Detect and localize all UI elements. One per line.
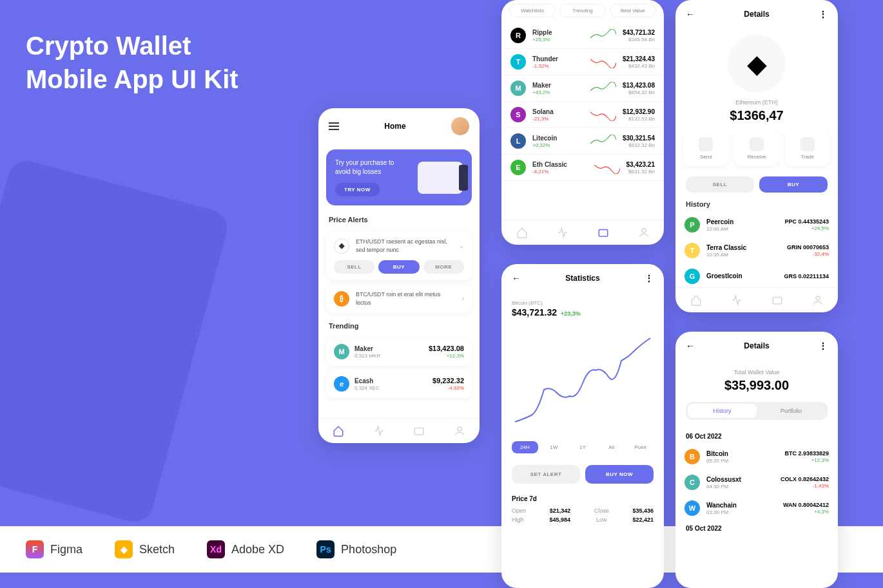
more-icon[interactable]: ⋮	[645, 273, 654, 283]
bottom-nav	[501, 220, 664, 245]
coin-icon: T	[510, 54, 526, 70]
chevron-right-icon: ›	[462, 295, 464, 302]
svg-rect-0	[415, 428, 424, 435]
wallet-row[interactable]: BBitcoin05:35 PMBTC 2.93833829+12,3%	[675, 444, 838, 469]
sparkline-icon	[590, 108, 616, 121]
back-icon[interactable]: ←	[512, 273, 521, 283]
activity-nav-icon[interactable]	[557, 227, 568, 238]
alert-btc[interactable]: ₿ BTC/USDT roin et erat elit metus lectu…	[326, 284, 472, 313]
svg-point-1	[458, 427, 461, 431]
more-button[interactable]: MORE	[423, 260, 464, 274]
tab-all[interactable]: All	[598, 441, 625, 453]
tab-history[interactable]: History	[688, 404, 757, 418]
bottom-nav	[675, 287, 838, 312]
wallet-row[interactable]: WWanchain03:30 PMWAN 0.80042412+4,3%	[675, 495, 838, 521]
coin-icon: R	[510, 28, 526, 43]
figma-icon: F	[26, 540, 44, 558]
alert-eth[interactable]: ◆ ETH/USDT raesent ac egestas nisl, sed …	[326, 231, 472, 280]
wallet-nav-icon[interactable]	[413, 425, 425, 437]
sell-button[interactable]: SELL	[334, 260, 374, 274]
tab-24h[interactable]: 24H	[512, 441, 538, 453]
banner-text: Try your purchase to avoid big losses	[335, 158, 406, 176]
tab-point[interactable]: Point	[627, 441, 654, 453]
coin-icon: P	[684, 217, 700, 232]
back-icon[interactable]: ←	[686, 9, 695, 19]
ps-icon: Ps	[316, 540, 335, 558]
market-row[interactable]: TThunder-1.32%$21,324.43$432.43 Bn	[501, 49, 664, 75]
statistics-screen: ← Statistics ⋮ Bitcoin (BTC) $43,721.32+…	[501, 264, 664, 588]
banner-illustration	[418, 162, 463, 194]
try-now-button[interactable]: TRY NOW	[335, 183, 380, 196]
sparkline-icon	[590, 55, 616, 68]
promo-banner[interactable]: Try your purchase to avoid big losses TR…	[326, 149, 472, 205]
page-title: Crypto Wallet Mobile App UI Kit	[26, 29, 238, 96]
price-chart[interactable]	[501, 325, 664, 441]
home-nav-icon[interactable]	[333, 425, 344, 437]
buy-button[interactable]: BUY	[759, 176, 828, 193]
details-screen: ← Details ⋮ ◆ Ethereum (ETH) $1366,47 Se…	[675, 0, 838, 312]
svg-rect-4	[773, 298, 782, 305]
tab-1y[interactable]: 1Y	[570, 441, 596, 453]
tool-xd: XdAdobe XD	[207, 540, 284, 558]
svg-point-3	[642, 229, 646, 232]
set-alert-button[interactable]: SET ALERT	[512, 465, 580, 484]
profile-nav-icon[interactable]	[454, 425, 465, 437]
send-button[interactable]: Send	[683, 131, 729, 166]
down-arrow-icon	[750, 137, 764, 151]
ecash-icon: e	[334, 376, 349, 392]
svg-rect-2	[599, 230, 608, 237]
trending-title: Trending	[318, 317, 480, 334]
tab-bestvalue[interactable]: Best Value	[610, 4, 656, 17]
history-row[interactable]: TTerra Classic10:35 AMGRIN 00070653-32,4…	[675, 238, 838, 263]
activity-nav-icon[interactable]	[731, 294, 742, 306]
profile-nav-icon[interactable]	[812, 294, 824, 306]
sparkline-icon	[594, 161, 620, 174]
more-icon[interactable]: ⋮	[819, 341, 828, 351]
menu-icon[interactable]	[329, 122, 339, 130]
buy-button[interactable]: BUY	[378, 260, 419, 274]
up-arrow-icon	[699, 137, 713, 151]
buy-now-button[interactable]: BUY NOW	[585, 465, 654, 484]
home-nav-icon[interactable]	[516, 227, 528, 238]
profile-nav-icon[interactable]	[638, 227, 650, 238]
xd-icon: Xd	[207, 540, 225, 558]
coin-icon: C	[684, 475, 700, 490]
bottom-nav	[318, 418, 480, 443]
receive-button[interactable]: Receive	[734, 131, 780, 166]
tool-ps: PsPhotoshop	[316, 540, 396, 558]
coin-icon: B	[684, 449, 700, 464]
tab-watchlists[interactable]: Watchlists	[509, 4, 556, 17]
wallet-nav-icon[interactable]	[597, 227, 609, 238]
home-title: Home	[339, 122, 451, 131]
market-row[interactable]: RRipple+23,3%$43,721.32$345.54 Bn	[501, 23, 664, 49]
avatar[interactable]	[451, 117, 469, 135]
tab-trending[interactable]: Trending	[559, 4, 606, 17]
activity-nav-icon[interactable]	[373, 425, 385, 437]
market-row[interactable]: SSolana-21,3%$12,932.90$132.53 Bn	[501, 102, 664, 128]
trending-ecash[interactable]: e Ecash0.324 XEC $9,232.32-4,92%	[326, 370, 472, 398]
history-row[interactable]: GGroestlcoinGRS 0.02211134	[675, 263, 838, 289]
price-alerts-title: Price Alerts	[318, 211, 480, 227]
wallet-screen: ← Details ⋮ Total Wallet Value $35,993.0…	[675, 332, 838, 588]
tool-sketch: ◆Sketch	[115, 540, 175, 558]
market-row[interactable]: LLitecoin+0,32%$30,321.54$832.32 Bn	[501, 128, 664, 155]
market-row[interactable]: MMaker+43,2%$13,423.08$654,32 Bn	[501, 75, 664, 102]
market-row[interactable]: EEth Classic-4,21%$3,423.21$631.32 Bn	[501, 155, 664, 181]
coin-icon: S	[510, 107, 526, 122]
wallet-nav-icon[interactable]	[771, 294, 783, 306]
eth-icon: ◆	[334, 238, 349, 254]
wallet-row[interactable]: CColossusxt04:30 PMCOLX 0.82642432-1,43%	[675, 469, 838, 495]
sell-button[interactable]: SELL	[686, 176, 754, 193]
tab-1w[interactable]: 1W	[541, 441, 567, 453]
svg-point-5	[816, 296, 820, 300]
tab-portfolio[interactable]: Portfolio	[757, 404, 826, 418]
market-screen: Watchlists Trending Best Value RRipple+2…	[501, 0, 664, 245]
trending-maker[interactable]: M Maker0.313 MKR $13,423.08+12,3%	[326, 337, 472, 366]
home-nav-icon[interactable]	[690, 294, 702, 306]
sketch-icon: ◆	[115, 540, 133, 558]
trade-button[interactable]: Trade	[784, 131, 830, 166]
more-icon[interactable]: ⋮	[819, 9, 828, 19]
history-row[interactable]: PPeercoin12:00 AMPPC 0.44335243+24,5%	[675, 212, 838, 238]
back-icon[interactable]: ←	[686, 341, 695, 351]
ethereum-icon: ◆	[728, 35, 786, 93]
